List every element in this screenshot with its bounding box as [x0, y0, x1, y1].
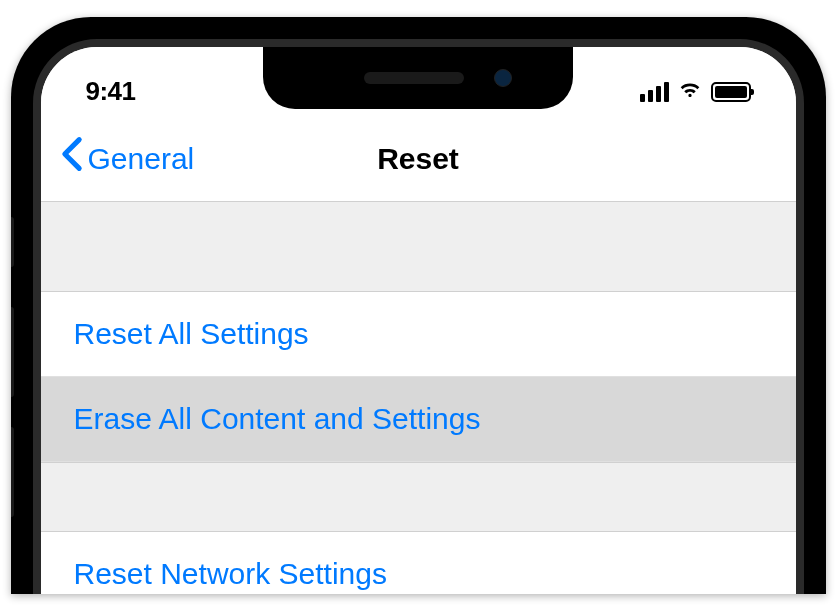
reset-network-settings-item[interactable]: Reset Network Settings [41, 532, 796, 594]
list-item-label: Reset All Settings [74, 317, 309, 351]
mute-switch [11, 217, 14, 267]
cellular-signal-icon [640, 82, 669, 102]
phone-frame: 9:41 [11, 17, 826, 594]
page-title: Reset [377, 142, 459, 176]
reset-all-settings-item[interactable]: Reset All Settings [41, 292, 796, 377]
volume-down-button [11, 427, 14, 517]
screen: 9:41 [41, 47, 796, 594]
list-item-label: Erase All Content and Settings [74, 402, 481, 436]
navigation-bar: General Reset [41, 117, 796, 202]
status-time: 9:41 [86, 76, 136, 107]
volume-up-button [11, 307, 14, 397]
back-label: General [88, 142, 195, 176]
battery-icon [711, 82, 751, 102]
notch [263, 47, 573, 109]
list-item-label: Reset Network Settings [74, 557, 387, 591]
erase-all-content-item[interactable]: Erase All Content and Settings [41, 377, 796, 462]
speaker [364, 72, 464, 84]
wifi-icon [677, 77, 703, 107]
section-spacer [41, 202, 796, 292]
front-camera [494, 69, 512, 87]
phone-bezel: 9:41 [33, 39, 804, 594]
content-area: Reset All Settings Erase All Content and… [41, 202, 796, 594]
section-spacer [41, 462, 796, 532]
status-icons [640, 77, 751, 107]
chevron-left-icon [61, 136, 83, 181]
back-button[interactable]: General [61, 136, 195, 181]
